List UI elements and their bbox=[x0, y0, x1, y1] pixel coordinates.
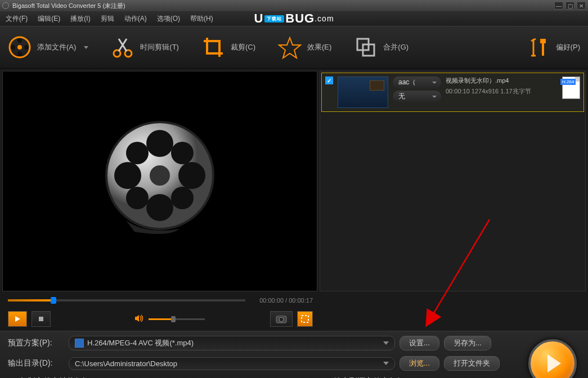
output-dir-label: 输出目录(D): bbox=[8, 358, 64, 368]
svg-rect-26 bbox=[279, 315, 284, 317]
menu-edit[interactable]: 编辑(E) bbox=[38, 14, 60, 24]
volume-icon[interactable] bbox=[134, 313, 144, 325]
merge-label: 合并(G) bbox=[383, 42, 409, 52]
open-folder-button[interactable]: 打开文件夹 bbox=[444, 356, 500, 371]
file-item[interactable]: ✓ aac（ 无 视频录制无水印）.mp4 00:00:10 1274x916 … bbox=[321, 73, 584, 112]
menu-play[interactable]: 播放(I) bbox=[70, 14, 90, 24]
svg-point-19 bbox=[126, 142, 149, 164]
svg-point-5 bbox=[24, 45, 29, 50]
menu-trim[interactable]: 剪辑 bbox=[101, 14, 114, 24]
output-dir-value: C:\Users\Administrator\Desktop bbox=[75, 359, 177, 368]
file-thumbnail bbox=[338, 76, 388, 108]
timeline-row: 00:00:00 / 00:00:17 bbox=[0, 294, 321, 307]
add-file-label: 添加文件(A) bbox=[37, 42, 76, 52]
svg-point-25 bbox=[279, 317, 284, 322]
menu-bar: 文件(F) 编辑(E) 播放(I) 剪辑 动作(A) 选项(O) 帮助(H) U… bbox=[0, 11, 588, 26]
file-name: 视频录制无水印）.mp4 bbox=[446, 76, 531, 85]
watermark-logo: U下载站BUG.com bbox=[254, 11, 334, 26]
player-controls bbox=[0, 307, 321, 331]
svg-point-3 bbox=[17, 52, 22, 56]
effect-button[interactable]: 效果(E) bbox=[278, 35, 331, 59]
svg-point-16 bbox=[146, 194, 173, 221]
timeline-slider[interactable] bbox=[8, 299, 245, 302]
close-button[interactable]: ✕ bbox=[577, 2, 586, 10]
file-type-icon: H.264 bbox=[562, 76, 580, 99]
menu-file[interactable]: 文件(F) bbox=[6, 14, 28, 24]
menu-action[interactable]: 动作(A) bbox=[124, 14, 147, 24]
play-button[interactable] bbox=[8, 311, 27, 327]
svg-point-18 bbox=[178, 162, 205, 189]
svg-point-1 bbox=[17, 45, 22, 50]
svg-point-21 bbox=[126, 187, 149, 209]
preference-label: 偏好(P) bbox=[556, 42, 580, 52]
browse-button[interactable]: 浏览... bbox=[400, 356, 439, 371]
fullscreen-button[interactable] bbox=[297, 311, 313, 327]
add-file-button[interactable]: 添加文件(A) bbox=[8, 35, 88, 59]
star-icon bbox=[278, 35, 302, 59]
output-dir-field[interactable]: C:\Users\Administrator\Desktop bbox=[69, 357, 395, 370]
svg-point-20 bbox=[171, 142, 194, 164]
merge-button[interactable]: 合并(G) bbox=[354, 35, 409, 59]
main-area: ✓ aac（ 无 视频录制无水印）.mp4 00:00:10 1274x916 … bbox=[0, 69, 588, 294]
preference-button[interactable]: 偏好(P) bbox=[527, 35, 580, 59]
svg-point-2 bbox=[17, 38, 22, 43]
snapshot-button[interactable] bbox=[270, 311, 293, 327]
subtitle-dropdown[interactable]: 无 bbox=[393, 91, 441, 102]
merge-icon bbox=[354, 35, 378, 59]
crop-icon bbox=[201, 35, 225, 59]
menu-option[interactable]: 选项(O) bbox=[157, 14, 180, 24]
reel-icon bbox=[8, 35, 32, 59]
file-list-panel: ✓ aac（ 无 视频录制无水印）.mp4 00:00:10 1274x916 … bbox=[320, 71, 586, 291]
svg-rect-11 bbox=[542, 43, 544, 56]
file-checkbox[interactable]: ✓ bbox=[325, 76, 333, 84]
svg-point-4 bbox=[11, 45, 15, 50]
crop-label: 裁剪(C) bbox=[231, 42, 255, 52]
scissors-icon bbox=[111, 35, 134, 59]
codec-badge: H.264 bbox=[560, 79, 576, 85]
preset-dropdown[interactable]: H.264/MPEG-4 AVC 视频(*.mp4) bbox=[69, 336, 395, 350]
main-toolbar: 添加文件(A) 时间剪辑(T) 裁剪(C) 效果(E) 合并(G) 偏好(P) bbox=[0, 26, 588, 69]
chevron-down-icon bbox=[383, 341, 389, 345]
svg-rect-10 bbox=[540, 39, 546, 43]
effect-label: 效果(E) bbox=[307, 42, 331, 52]
audio-codec-dropdown[interactable]: aac（ bbox=[393, 76, 441, 88]
tools-icon bbox=[527, 35, 550, 59]
svg-point-14 bbox=[150, 165, 170, 186]
preview-panel bbox=[2, 71, 317, 291]
time-display: 00:00:00 / 00:00:17 bbox=[251, 297, 313, 304]
preset-value: H.264/MPEG-4 AVC 视频(*.mp4) bbox=[87, 338, 194, 348]
chevron-down-icon bbox=[383, 362, 389, 365]
chevron-down-icon bbox=[84, 46, 88, 49]
maximize-button[interactable]: ▢ bbox=[565, 2, 574, 10]
settings-button[interactable]: 设置... bbox=[400, 336, 439, 350]
trim-button[interactable]: 时间剪辑(T) bbox=[111, 35, 179, 59]
svg-rect-27 bbox=[302, 316, 308, 322]
play-icon bbox=[547, 354, 561, 372]
stop-button[interactable] bbox=[32, 311, 51, 327]
volume-slider[interactable] bbox=[149, 318, 205, 320]
format-icon bbox=[75, 339, 84, 348]
menu-help[interactable]: 帮助(H) bbox=[190, 14, 213, 24]
file-meta: 00:00:10 1274x916 1.17兆字节 bbox=[446, 87, 531, 96]
bottom-panel: 预置方案(P): H.264/MPEG-4 AVC 视频(*.mp4) 设置..… bbox=[0, 331, 588, 378]
svg-point-15 bbox=[146, 130, 173, 157]
app-icon bbox=[2, 2, 9, 9]
title-bar: Bigasoft Total Video Converter 5 (未注册) —… bbox=[0, 0, 588, 11]
minimize-button[interactable]: — bbox=[554, 2, 563, 10]
svg-rect-23 bbox=[39, 317, 43, 321]
save-as-button[interactable]: 另存为... bbox=[444, 336, 491, 350]
crop-button[interactable]: 裁剪(C) bbox=[201, 35, 255, 59]
trim-label: 时间剪辑(T) bbox=[140, 42, 179, 52]
preset-label: 预置方案(P): bbox=[8, 338, 64, 348]
window-title: Bigasoft Total Video Converter 5 (未注册) bbox=[12, 2, 125, 10]
svg-point-22 bbox=[171, 187, 194, 209]
film-reel-image bbox=[95, 116, 225, 246]
svg-point-17 bbox=[114, 162, 141, 189]
